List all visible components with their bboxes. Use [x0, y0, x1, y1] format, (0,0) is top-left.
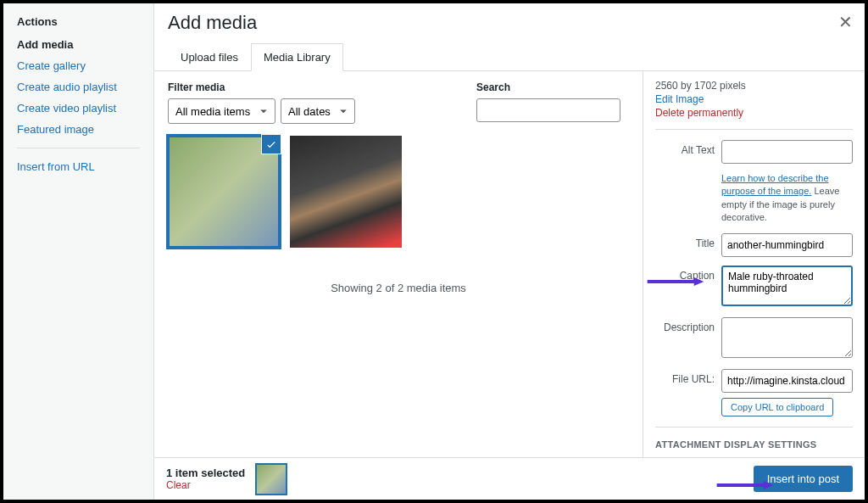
caption-input[interactable]: Male ruby-throated hummingbird: [721, 265, 853, 306]
svg-marker-3: [764, 481, 774, 489]
showing-count-text: Showing 2 of 2 media items: [168, 282, 629, 294]
tab-media-library[interactable]: Media Library: [251, 43, 343, 71]
search-label: Search: [476, 81, 620, 93]
copy-url-button[interactable]: Copy URL to clipboard: [721, 398, 833, 416]
alt-text-help: Learn how to describe the purpose of the…: [721, 172, 853, 225]
filter-type-select[interactable]: All media items: [168, 98, 275, 124]
media-thumbnail-1[interactable]: [168, 136, 280, 248]
delete-permanently-link[interactable]: Delete permanently: [655, 107, 743, 119]
sidebar-link-create-audio-playlist[interactable]: Create audio playlist: [17, 81, 140, 93]
selected-thumb-mini[interactable]: [255, 463, 287, 495]
filter-date-select[interactable]: All dates: [281, 98, 355, 124]
sidebar-heading: Actions: [17, 15, 140, 28]
sidebar-link-featured-image[interactable]: Featured image: [17, 123, 140, 136]
description-label: Description: [655, 317, 715, 333]
tab-upload-files[interactable]: Upload files: [168, 43, 251, 71]
file-url-label: File URL:: [655, 369, 715, 385]
tabs-bar: Upload files Media Library: [154, 42, 865, 71]
selected-check-icon[interactable]: [261, 134, 281, 154]
selection-count: 1 item selected: [166, 467, 245, 479]
file-url-input[interactable]: [721, 369, 853, 393]
sidebar-link-create-gallery[interactable]: Create gallery: [17, 59, 140, 72]
alt-text-input[interactable]: [721, 140, 853, 164]
sidebar-divider: [17, 148, 140, 148]
main-panel: Add media ✕ Upload files Media Library F…: [154, 3, 865, 457]
clear-selection-link[interactable]: Clear: [166, 479, 245, 491]
attachment-display-heading: ATTACHMENT DISPLAY SETTINGS: [655, 439, 853, 450]
media-thumbnail-2[interactable]: [290, 136, 402, 248]
title-input[interactable]: [721, 233, 853, 257]
filter-media-label: Filter media: [168, 81, 355, 93]
attachment-dimensions: 2560 by 1702 pixels: [655, 80, 853, 92]
sidebar-link-insert-from-url[interactable]: Insert from URL: [17, 160, 140, 173]
edit-image-link[interactable]: Edit Image: [655, 93, 853, 105]
close-icon[interactable]: ✕: [838, 12, 853, 32]
description-input[interactable]: [721, 317, 853, 358]
attachment-details-panel: 2560 by 1702 pixels Edit Image Delete pe…: [643, 71, 865, 457]
annotation-arrow-icon: [715, 479, 776, 488]
bottom-toolbar: 1 item selected Clear Insert into post: [154, 457, 865, 500]
svg-marker-1: [694, 277, 704, 286]
annotation-arrow-icon: [643, 276, 709, 284]
sidebar-link-create-video-playlist[interactable]: Create video playlist: [17, 102, 140, 115]
alt-text-label: Alt Text: [655, 140, 715, 156]
modal-title: Add media: [168, 12, 851, 34]
search-input[interactable]: [476, 98, 620, 122]
media-browser: Filter media All media items All dates S…: [154, 71, 643, 457]
title-label: Title: [655, 233, 715, 249]
sidebar-section-add-media[interactable]: Add media: [17, 38, 140, 51]
actions-sidebar: Actions Add media Create gallery Create …: [3, 3, 154, 500]
